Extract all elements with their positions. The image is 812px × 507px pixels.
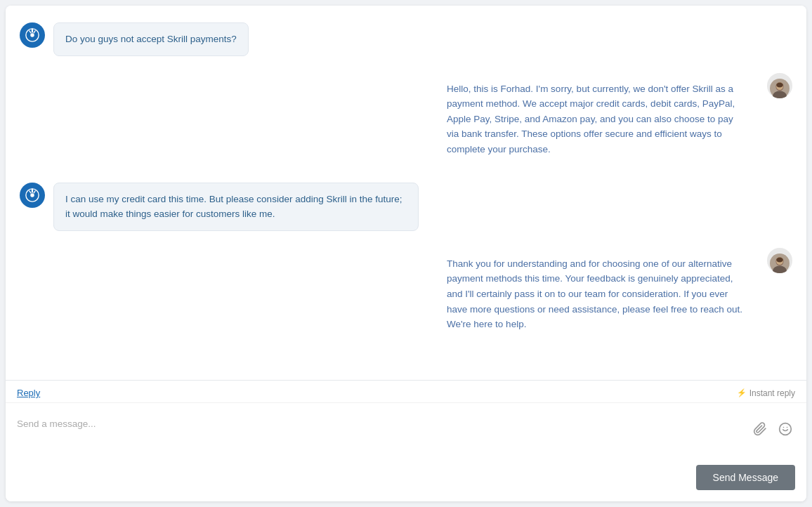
reply-link[interactable]: Reply xyxy=(17,388,40,398)
agent-avatar-4 xyxy=(767,248,792,273)
message-row-4: Thank you for understanding and for choo… xyxy=(20,248,792,341)
instant-reply-label: Instant reply xyxy=(737,388,795,398)
svg-point-1 xyxy=(30,33,34,37)
svg-point-6 xyxy=(776,82,783,87)
message-text-2: Hello, this is Forhad. I'm sorry, but cu… xyxy=(447,84,735,154)
agent-avatar-2 xyxy=(767,73,792,98)
user-avatar-1 xyxy=(20,22,45,48)
chat-messages: Do you guys not accept Skrill payments? … xyxy=(6,6,806,380)
message-bubble-1: Do you guys not accept Skrill payments? xyxy=(53,22,249,56)
input-icons xyxy=(750,419,795,439)
user-avatar-3 xyxy=(20,183,45,208)
footer-bottom: Send Message xyxy=(6,459,806,501)
svg-point-8 xyxy=(30,193,34,197)
message-bubble-4: Thank you for understanding and for choo… xyxy=(436,248,759,341)
chat-footer: Reply Instant reply xyxy=(6,380,806,501)
message-bubble-3: I can use my credit card this time. But … xyxy=(53,183,419,231)
message-row-2: Hello, this is Forhad. I'm sorry, but cu… xyxy=(20,73,792,166)
message-input[interactable] xyxy=(17,419,745,440)
send-message-button[interactable]: Send Message xyxy=(696,465,795,490)
attachment-button[interactable] xyxy=(750,419,770,439)
message-text-4: Thank you for understanding and for choo… xyxy=(447,258,742,329)
svg-point-14 xyxy=(780,423,792,435)
footer-toolbar: Reply Instant reply xyxy=(6,381,806,403)
svg-point-13 xyxy=(776,257,783,262)
message-row-3: I can use my credit card this time. But … xyxy=(20,183,792,231)
message-text-3: I can use my credit card this time. But … xyxy=(65,194,402,220)
chat-container: Do you guys not accept Skrill payments? … xyxy=(6,6,806,501)
message-text-1: Do you guys not accept Skrill payments? xyxy=(65,34,237,44)
message-input-area xyxy=(6,403,806,459)
message-row-1: Do you guys not accept Skrill payments? xyxy=(20,22,792,56)
message-bubble-2: Hello, this is Forhad. I'm sorry, but cu… xyxy=(436,73,759,166)
emoji-button[interactable] xyxy=(775,419,795,439)
